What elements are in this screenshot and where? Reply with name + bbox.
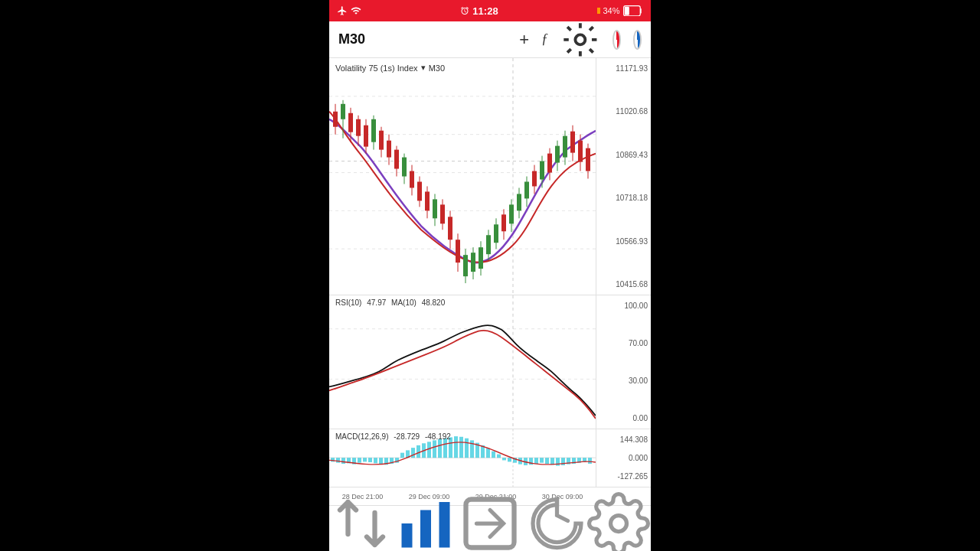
- svg-rect-75: [578, 141, 583, 162]
- svg-rect-116: [508, 458, 511, 461]
- price-axis: 11171.93 11020.68 10869.43 10718.18 1056…: [596, 58, 651, 295]
- svg-rect-96: [400, 453, 404, 458]
- svg-rect-98: [411, 448, 415, 458]
- chart-timeframe[interactable]: M30: [338, 31, 365, 47]
- svg-rect-65: [540, 161, 544, 180]
- svg-rect-55: [501, 214, 506, 231]
- svg-rect-104: [443, 439, 447, 458]
- svg-rect-51: [486, 235, 491, 254]
- battery-label: 34%: [603, 6, 620, 15]
- svg-rect-23: [379, 131, 384, 150]
- rsi-value: 47.97: [367, 298, 386, 307]
- airplane-icon: [337, 5, 348, 16]
- svg-rect-11: [333, 112, 338, 127]
- rsi-ma-label: MA(10): [391, 298, 416, 307]
- nav-item-trade[interactable]: Trade: [458, 491, 522, 551]
- nav-item-history[interactable]: History: [522, 491, 586, 551]
- trade-icon: [458, 491, 522, 551]
- macd-price-axis: 144.308 0.000 -127.265: [596, 429, 651, 487]
- svg-rect-90: [368, 458, 372, 462]
- macd-label-text: MACD(12,26,9): [335, 432, 388, 441]
- settings-icon: [586, 491, 651, 551]
- drawing-tool-icon[interactable]: [560, 20, 600, 60]
- svg-rect-1: [624, 7, 629, 15]
- svg-point-2: [575, 34, 585, 44]
- macd-level-low: -127.265: [599, 472, 648, 481]
- svg-rect-27: [394, 150, 399, 169]
- history-icon: [522, 491, 586, 551]
- svg-rect-19: [364, 126, 368, 147]
- svg-rect-25: [387, 141, 391, 158]
- svg-rect-134: [439, 502, 450, 548]
- svg-rect-63: [532, 171, 537, 187]
- rsi-svg: [329, 295, 596, 429]
- svg-rect-53: [494, 224, 498, 243]
- rsi-panel[interactable]: RSI(10) 47.97 MA(10) 48.820: [329, 295, 651, 429]
- rsi-label-text: RSI(10): [335, 298, 361, 307]
- macd-panel[interactable]: MACD(12,26,9) -28.729 -48.192: [329, 429, 651, 487]
- dropdown-icon[interactable]: ▾: [421, 63, 426, 73]
- alarm-icon: [460, 6, 469, 15]
- svg-rect-47: [471, 253, 475, 272]
- svg-rect-89: [363, 458, 367, 461]
- svg-rect-15: [348, 113, 353, 132]
- main-chart-svg: [329, 58, 596, 295]
- svg-rect-67: [547, 154, 552, 173]
- svg-rect-69: [555, 146, 560, 163]
- svg-rect-37: [433, 199, 437, 218]
- svg-rect-31: [410, 171, 414, 188]
- svg-rect-101: [427, 442, 431, 458]
- svg-rect-49: [479, 247, 483, 269]
- svg-rect-112: [486, 448, 490, 458]
- svg-rect-17: [356, 119, 361, 136]
- svg-rect-21: [371, 119, 376, 142]
- nav-item-chart[interactable]: Chart: [394, 491, 458, 551]
- phone-container: 11:28 34% M30 + ƒ: [329, 0, 651, 551]
- svg-rect-84: [336, 458, 340, 463]
- svg-rect-39: [440, 204, 445, 223]
- rsi-indicator-label: RSI(10) 47.97 MA(10) 48.820: [335, 298, 445, 307]
- price-level-6: 10415.68: [599, 280, 648, 289]
- svg-rect-91: [374, 458, 377, 463]
- rsi-canvas: [329, 295, 596, 429]
- svg-rect-131: [588, 458, 592, 464]
- account-icon[interactable]: [633, 30, 642, 50]
- price-level-3: 10869.43: [599, 151, 648, 159]
- svg-rect-71: [563, 136, 567, 158]
- svg-rect-124: [550, 458, 554, 465]
- svg-rect-122: [540, 458, 544, 463]
- svg-rect-33: [417, 181, 422, 201]
- price-level-5: 10566.93: [599, 237, 648, 246]
- rsi-level-100: 100.00: [599, 302, 648, 310]
- theme-toggle-icon[interactable]: [612, 30, 621, 50]
- toolbar-icons: + ƒ: [519, 20, 642, 60]
- svg-rect-103: [438, 439, 442, 458]
- svg-rect-132: [402, 523, 413, 548]
- nav-item-settings[interactable]: Settings: [586, 491, 651, 551]
- add-tool-icon[interactable]: +: [519, 30, 529, 50]
- svg-rect-115: [502, 458, 506, 460]
- nav-item-quotes[interactable]: Quotes: [329, 491, 394, 551]
- rsi-price-axis: 100.00 70.00 30.00 0.00: [596, 295, 651, 429]
- svg-rect-35: [425, 191, 430, 210]
- svg-rect-41: [448, 217, 452, 240]
- svg-rect-88: [358, 458, 361, 463]
- chart-symbol-label: Volatility 75 (1s) Index ▾ M30: [335, 63, 445, 73]
- symbol-text: Volatility 75 (1s) Index: [335, 64, 418, 73]
- status-bar: 11:28 34%: [329, 0, 651, 21]
- svg-rect-77: [586, 148, 590, 171]
- function-icon[interactable]: ƒ: [541, 31, 548, 47]
- svg-rect-57: [509, 204, 514, 223]
- toolbar: M30 + ƒ: [329, 21, 651, 58]
- rsi-level-0: 0.00: [599, 414, 648, 422]
- rsi-level-30: 30.00: [599, 377, 648, 385]
- price-level-1: 11171.93: [599, 64, 648, 73]
- rsi-ma-value: 48.820: [422, 298, 446, 307]
- svg-rect-59: [517, 194, 521, 210]
- svg-rect-92: [379, 458, 383, 464]
- wifi-icon: [351, 5, 361, 16]
- svg-rect-73: [570, 132, 575, 153]
- svg-rect-29: [402, 158, 407, 177]
- svg-rect-114: [497, 455, 501, 458]
- main-chart[interactable]: Volatility 75 (1s) Index ▾ M30: [329, 58, 651, 295]
